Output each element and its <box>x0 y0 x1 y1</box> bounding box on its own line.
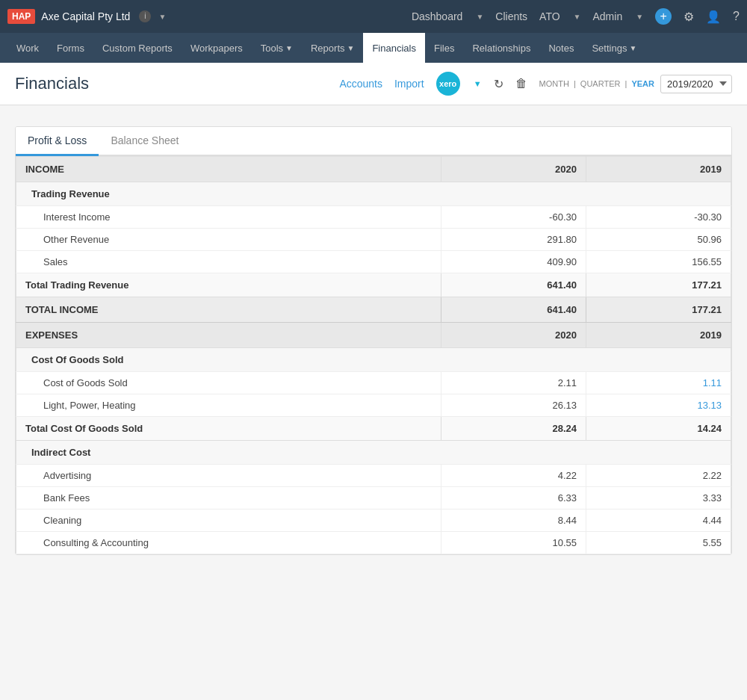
expenses-header-row: EXPENSES 2020 2019 <box>16 323 731 348</box>
xero-button[interactable]: xero <box>436 72 460 96</box>
table-row: Bank Fees 6.33 3.33 <box>16 487 731 509</box>
interest-income-2019: -30.30 <box>586 206 731 229</box>
clients-link[interactable]: Clients <box>495 10 527 22</box>
trading-revenue-label: Trading Revenue <box>16 182 731 206</box>
total-trading-2020: 641.40 <box>441 273 586 297</box>
other-revenue-2020: 291.80 <box>441 229 586 251</box>
expenses-2020-header: 2020 <box>441 323 586 348</box>
help-icon[interactable]: ? <box>733 10 740 23</box>
consulting-label: Consulting & Accounting <box>16 532 441 554</box>
table-row: Other Revenue 291.80 50.96 <box>16 229 731 251</box>
nav-forms[interactable]: Forms <box>48 33 93 63</box>
light-power-2020: 26.13 <box>441 394 586 417</box>
content-area: Profit & Loss Balance Sheet INCOME 2020 … <box>0 105 747 567</box>
total-trading-revenue-row: Total Trading Revenue 641.40 177.21 <box>16 273 731 297</box>
table-row: Interest Income -60.30 -30.30 <box>16 206 731 229</box>
total-cogs-row: Total Cost Of Goods Sold 28.24 14.24 <box>16 417 731 441</box>
top-nav: Dashboard ▼ Clients ATO ▼ Admin ▼ + ⚙ 👤 … <box>412 8 740 25</box>
bank-fees-2019: 3.33 <box>586 487 731 509</box>
indirect-cost-group: Indirect Cost <box>16 441 731 465</box>
cleaning-label: Cleaning <box>16 509 441 532</box>
total-trading-label: Total Trading Revenue <box>16 273 441 297</box>
total-trading-2019: 177.21 <box>586 273 731 297</box>
nav-work[interactable]: Work <box>7 33 48 63</box>
xero-dropdown-arrow[interactable]: ▼ <box>474 79 482 88</box>
nav-relationships[interactable]: Relationships <box>463 33 539 63</box>
admin-dropdown[interactable]: ▼ <box>636 13 643 21</box>
cogs-group: Cost Of Goods Sold <box>16 348 731 372</box>
nav-custom-reports[interactable]: Custom Reports <box>93 33 182 63</box>
year-link[interactable]: YEAR <box>631 79 654 88</box>
total-cogs-2020: 28.24 <box>441 417 586 441</box>
user-icon[interactable]: 👤 <box>706 10 721 24</box>
total-income-2020: 641.40 <box>441 297 586 323</box>
period-links: MONTH | QUARTER | YEAR <box>539 79 654 88</box>
delete-button[interactable]: 🗑 <box>515 77 527 90</box>
financials-panel: Profit & Loss Balance Sheet INCOME 2020 … <box>15 126 732 555</box>
total-income-row: TOTAL INCOME 641.40 177.21 <box>16 297 731 323</box>
cogs-label: Cost Of Goods Sold <box>16 348 731 372</box>
cleaning-2020: 8.44 <box>441 509 586 532</box>
trading-revenue-group: Trading Revenue <box>16 182 731 206</box>
bank-fees-label: Bank Fees <box>16 487 441 509</box>
table-row: Cost of Goods Sold 2.11 1.11 <box>16 372 731 394</box>
admin-link[interactable]: Admin <box>593 10 623 22</box>
nav-notes[interactable]: Notes <box>539 33 583 63</box>
company-dropdown-arrow[interactable]: ▼ <box>158 13 166 21</box>
dashboard-dropdown[interactable]: ▼ <box>476 13 483 21</box>
nav-tools[interactable]: Tools ▼ <box>252 33 302 63</box>
total-income-label: TOTAL INCOME <box>16 297 441 323</box>
other-revenue-label: Other Revenue <box>16 229 441 251</box>
dashboard-link[interactable]: Dashboard <box>412 10 463 22</box>
table-row: Light, Power, Heating 26.13 13.13 <box>16 394 731 417</box>
page-title: Financials <box>15 74 339 93</box>
table-row: Cleaning 8.44 4.44 <box>16 509 731 532</box>
nav-workpapers[interactable]: Workpapers <box>182 33 252 63</box>
nav-files[interactable]: Files <box>425 33 463 63</box>
consulting-2019: 5.55 <box>586 532 731 554</box>
import-link[interactable]: Import <box>394 78 424 90</box>
advertising-2020: 4.22 <box>441 465 586 487</box>
year-select[interactable]: 2019/2020 2018/2019 2017/2018 <box>660 75 732 93</box>
income-2019-header: 2019 <box>586 157 731 182</box>
nav-reports[interactable]: Reports ▼ <box>302 33 363 63</box>
total-cogs-label: Total Cost Of Goods Sold <box>16 417 441 441</box>
tabs: Profit & Loss Balance Sheet <box>16 127 731 156</box>
ato-dropdown[interactable]: ▼ <box>574 13 581 21</box>
accounts-link[interactable]: Accounts <box>339 78 382 90</box>
period-selector: MONTH | QUARTER | YEAR 2019/2020 2018/20… <box>539 75 732 93</box>
nav-financials[interactable]: Financials <box>363 33 425 63</box>
sales-label: Sales <box>16 251 441 273</box>
info-icon[interactable]: i <box>139 10 151 22</box>
interest-income-label: Interest Income <box>16 206 441 229</box>
ato-link[interactable]: ATO <box>539 10 560 22</box>
company-name: Axe Capital Pty Ltd <box>41 10 130 22</box>
quarter-link[interactable]: QUARTER <box>580 79 621 88</box>
other-revenue-2019: 50.96 <box>586 229 731 251</box>
settings-icon[interactable]: ⚙ <box>684 10 694 24</box>
tab-balance-sheet[interactable]: Balance Sheet <box>99 127 190 156</box>
sales-2020: 409.90 <box>441 251 586 273</box>
income-label: INCOME <box>16 157 441 182</box>
tab-profit-loss[interactable]: Profit & Loss <box>16 127 99 156</box>
cogs-item-2019: 1.11 <box>586 372 731 394</box>
consulting-2020: 10.55 <box>441 532 586 554</box>
light-power-2019: 13.13 <box>586 394 731 417</box>
advertising-label: Advertising <box>16 465 441 487</box>
add-button[interactable]: + <box>655 8 672 25</box>
income-header-row: INCOME 2020 2019 <box>16 157 731 182</box>
refresh-button[interactable]: ↻ <box>494 77 503 91</box>
month-link[interactable]: MONTH <box>539 79 569 88</box>
bank-fees-2020: 6.33 <box>441 487 586 509</box>
sales-2019: 156.55 <box>586 251 731 273</box>
hap-badge: HAP <box>7 9 35 24</box>
page-header: Financials Accounts Import xero ▼ ↻ 🗑 MO… <box>0 63 747 105</box>
light-power-label: Light, Power, Heating <box>16 394 441 417</box>
total-income-2019: 177.21 <box>586 297 731 323</box>
nav-settings[interactable]: Settings ▼ <box>583 33 645 63</box>
cogs-item-2020: 2.11 <box>441 372 586 394</box>
nav-bar: Work Forms Custom Reports Workpapers Too… <box>0 33 747 63</box>
interest-income-2020: -60.30 <box>441 206 586 229</box>
table-row: Sales 409.90 156.55 <box>16 251 731 273</box>
table-row: Consulting & Accounting 10.55 5.55 <box>16 532 731 554</box>
